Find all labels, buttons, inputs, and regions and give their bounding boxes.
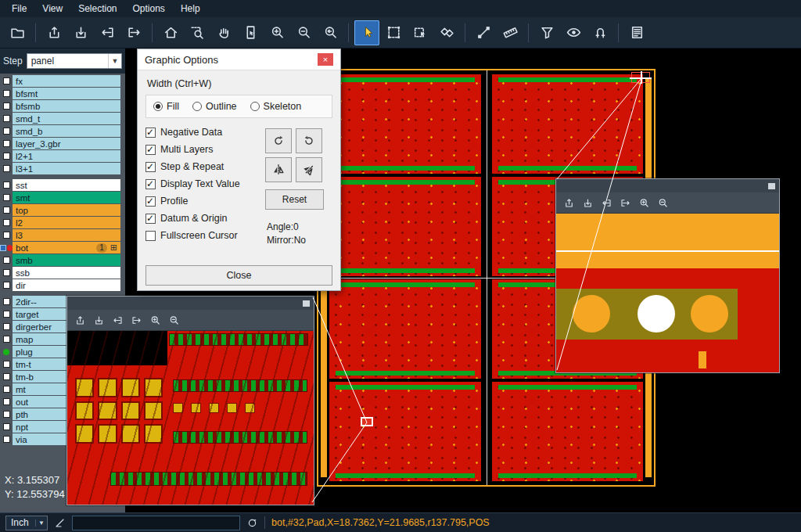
layer-checkbox[interactable]: [3, 90, 10, 97]
checkbox-icon[interactable]: [145, 128, 156, 138]
checkbox-option[interactable]: Display Text Value: [145, 178, 265, 189]
zoom-out-icon[interactable]: [168, 315, 180, 326]
radio-icon[interactable]: [192, 102, 202, 111]
checkbox-icon[interactable]: [145, 214, 156, 224]
layer-color-bar[interactable]: layer_3.gbr ⊞: [13, 138, 120, 149]
layer-checkbox[interactable]: [3, 323, 10, 330]
layer-row[interactable]: smt ⊞: [0, 192, 125, 203]
magnifier-window-1[interactable]: [66, 296, 314, 505]
checkbox-icon[interactable]: [145, 162, 156, 172]
layer-row[interactable]: l3 ⊞: [0, 229, 125, 241]
zoom-in-icon[interactable]: [149, 315, 161, 326]
checkbox-icon[interactable]: [145, 179, 156, 189]
layer-color-bar[interactable]: smd_t ⊞: [13, 113, 120, 124]
pcb-board[interactable]: [329, 382, 481, 481]
magnifier-window-2[interactable]: [555, 178, 780, 373]
chevron-down-icon[interactable]: ▼: [35, 519, 47, 527]
pan-right-icon[interactable]: [131, 315, 142, 326]
layer-checkbox[interactable]: [3, 77, 10, 84]
layer-checkbox[interactable]: [3, 257, 10, 264]
layer-color-bar[interactable]: l2 ⊞: [13, 217, 120, 228]
layer-visibility-cell[interactable]: [0, 279, 13, 291]
layer-visibility-cell[interactable]: [0, 346, 13, 358]
rotate-ccw-button[interactable]: [296, 128, 322, 153]
radio-option[interactable]: Outline: [192, 101, 237, 112]
import-down-icon[interactable]: [93, 315, 105, 326]
layer-color-bar[interactable]: ssb ⊞: [13, 267, 120, 279]
pcb-board[interactable]: [329, 279, 481, 379]
layer-checkbox[interactable]: [3, 219, 10, 226]
radio-icon[interactable]: [153, 102, 163, 111]
menu-item[interactable]: Selection: [71, 2, 124, 16]
layer-row[interactable]: l2 ⊞: [0, 217, 125, 228]
eye-icon[interactable]: [561, 20, 586, 45]
layer-color-bar[interactable]: bfsmt ⊞: [13, 88, 120, 99]
layer-checkbox[interactable]: [3, 373, 10, 380]
layer-visibility-cell[interactable]: [0, 296, 13, 307]
layer-visibility-cell[interactable]: [0, 383, 13, 395]
layer-checkbox[interactable]: [3, 386, 10, 393]
checkbox-option[interactable]: Step & Repeat: [145, 161, 265, 172]
layer-color-bar[interactable]: fx ⊞: [13, 75, 120, 87]
mirror-diagonal-button[interactable]: [296, 157, 322, 182]
pan-left-icon[interactable]: [601, 197, 612, 209]
select-doc-icon[interactable]: [238, 20, 263, 45]
window-button-icon[interactable]: [303, 300, 310, 307]
layer-visibility-cell[interactable]: [0, 100, 13, 112]
menu-item[interactable]: File: [5, 2, 34, 16]
checkbox-option[interactable]: Multi Layers: [145, 144, 265, 155]
pcb-board[interactable]: [492, 74, 644, 174]
snap-angle-icon[interactable]: [54, 517, 66, 529]
menu-item[interactable]: View: [35, 2, 70, 16]
marquee-select-icon[interactable]: [381, 20, 406, 45]
home-view-icon[interactable]: [158, 20, 183, 45]
window-button-icon[interactable]: [768, 183, 775, 189]
layer-visibility-cell[interactable]: [0, 138, 13, 149]
layer-visibility-cell[interactable]: [0, 217, 13, 228]
layer-visibility-cell[interactable]: [0, 371, 13, 383]
layer-row[interactable]: fx ⊞: [0, 75, 125, 87]
menu-item[interactable]: Options: [126, 2, 172, 16]
pan-left-icon[interactable]: [95, 20, 120, 45]
zoom-out-icon[interactable]: [291, 20, 316, 45]
zoom-window-icon[interactable]: [185, 20, 210, 45]
zoom-in-icon[interactable]: [638, 197, 650, 209]
layer-checkbox[interactable]: [3, 269, 10, 276]
layer-visibility-cell[interactable]: [0, 125, 13, 137]
layer-row[interactable]: layer_3.gbr ⊞: [0, 138, 125, 149]
layer-color-bar[interactable]: sst ⊞: [13, 179, 120, 191]
pan-left-icon[interactable]: [112, 315, 124, 326]
pan-right-icon[interactable]: [620, 197, 631, 209]
layer-row[interactable]: sst ⊞: [0, 179, 125, 191]
layer-row[interactable]: bfsmb ⊞: [0, 100, 125, 112]
layer-checkbox[interactable]: [3, 194, 10, 201]
command-input[interactable]: [72, 516, 240, 530]
checkbox-icon[interactable]: [145, 145, 156, 155]
layer-checkbox[interactable]: [3, 128, 10, 135]
layer-visibility-cell[interactable]: [0, 408, 13, 420]
unit-select[interactable]: Inch ▼: [5, 516, 48, 530]
filter-icon[interactable]: [534, 20, 559, 45]
layer-visibility-cell[interactable]: [0, 333, 13, 345]
graphic-options-dialog[interactable]: Graphic Options × Width (Ctrl+W) Fill Ou…: [137, 49, 341, 291]
measure-line-icon[interactable]: [471, 20, 496, 45]
layer-row[interactable]: smb ⊞: [0, 254, 125, 266]
export-up-icon[interactable]: [41, 20, 66, 45]
layer-checkbox[interactable]: [3, 398, 10, 405]
layer-visibility-cell[interactable]: [0, 308, 13, 320]
layer-visibility-cell[interactable]: [0, 88, 13, 99]
radio-icon[interactable]: [250, 102, 260, 111]
checkbox-option[interactable]: Fullscreen Cursor: [145, 230, 265, 241]
checkbox-option[interactable]: Profile: [145, 196, 265, 207]
layer-color-bar[interactable]: smt ⊞: [13, 192, 120, 203]
layer-row[interactable]: l2+1 ⊞: [0, 150, 125, 162]
layer-row[interactable]: l3+1 ⊞: [0, 163, 125, 174]
layer-color-bar[interactable]: smb ⊞: [13, 254, 120, 266]
layer-visibility-cell[interactable]: [0, 163, 13, 174]
radio-option[interactable]: Fill: [153, 101, 179, 112]
layer-checkbox[interactable]: [3, 102, 10, 110]
zoom-out-icon[interactable]: [657, 197, 669, 209]
layer-color-bar[interactable]: bfsmb ⊞: [13, 100, 120, 112]
recenter-icon[interactable]: [246, 517, 258, 529]
layer-visibility-cell[interactable]: [0, 204, 13, 216]
